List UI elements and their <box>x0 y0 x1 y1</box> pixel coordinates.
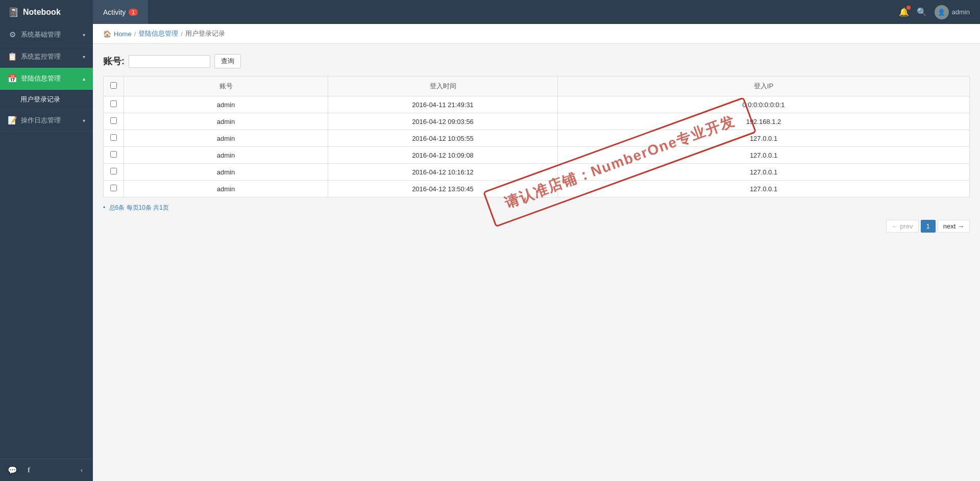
search-bar: 账号: 查询 <box>103 54 970 68</box>
table-header-ip: 登入IP <box>558 77 970 96</box>
cell-time: 2016-04-11 21:49:31 <box>328 96 558 113</box>
chevron-down-icon: ▾ <box>83 54 85 60</box>
prev-page-button[interactable]: ← prev <box>886 220 919 233</box>
sidebar-item-system-base[interactable]: ⚙ 系统基础管理 ▾ <box>0 24 93 46</box>
table-header-checkbox <box>104 77 124 96</box>
cell-time: 2016-04-12 13:50:45 <box>328 181 558 197</box>
brand-icon: 📓 <box>8 7 19 18</box>
table-row: admin2016-04-12 09:03:56192.168.1.2 <box>104 113 970 130</box>
table-row: admin2016-04-12 10:16:12127.0.0.1 <box>104 164 970 181</box>
system-base-icon: ⚙ <box>8 30 17 39</box>
brand-name: Notebook <box>23 8 61 17</box>
cell-ip: 127.0.0.1 <box>558 164 970 181</box>
avatar: 👤 <box>935 5 949 19</box>
chevron-down-icon: ▾ <box>83 118 85 123</box>
top-navbar: 📓 Notebook Activity 1 🔔 🔍 👤 admin <box>0 0 980 24</box>
chevron-down-icon: ▾ <box>83 32 85 38</box>
select-all-checkbox[interactable] <box>110 82 117 89</box>
cell-time: 2016-04-12 10:05:55 <box>328 130 558 147</box>
query-button[interactable]: 查询 <box>214 54 241 68</box>
account-input[interactable] <box>129 55 210 68</box>
sidebar-item-label: 操作日志管理 <box>21 116 61 125</box>
cell-time: 2016-04-12 10:09:08 <box>328 147 558 164</box>
breadcrumb-level1[interactable]: 登陆信息管理 <box>138 29 178 38</box>
row-checkbox[interactable] <box>110 168 117 174</box>
account-label: 账号: <box>103 55 125 67</box>
system-monitor-icon: 📋 <box>8 52 17 61</box>
facebook-icon[interactable]: f <box>28 466 30 474</box>
cell-account: admin <box>124 181 328 197</box>
cell-account: admin <box>124 130 328 147</box>
breadcrumb-sep2: / <box>181 30 183 38</box>
sidebar-item-login-info[interactable]: 📅 登陆信息管理 ▴ <box>0 68 93 90</box>
activity-tab[interactable]: Activity 1 <box>93 0 148 24</box>
cell-time: 2016-04-12 09:03:56 <box>328 113 558 130</box>
content-area: 🏠 Home / 登陆信息管理 / 用户登录记录 账号: 查询 <box>93 24 980 481</box>
row-checkbox[interactable] <box>110 185 117 191</box>
bullet-icon: • <box>103 204 105 211</box>
brand[interactable]: 📓 Notebook <box>0 0 93 24</box>
operation-log-icon: 📝 <box>8 116 17 125</box>
pagination-info: • 总6条 每页10条 共1页 <box>103 204 970 212</box>
row-checkbox[interactable] <box>110 134 117 141</box>
breadcrumb-home[interactable]: Home <box>114 30 132 38</box>
table-header-account: 账号 <box>124 77 328 96</box>
sidebar: ⚙ 系统基础管理 ▾ 📋 系统监控管理 ▾ 📅 登陆信息管理 ▴ 用户登录记录 … <box>0 24 93 481</box>
activity-tab-label: Activity <box>103 8 126 16</box>
user-menu[interactable]: 👤 admin <box>935 5 970 19</box>
sidebar-collapse-button[interactable]: ‹ <box>78 465 85 475</box>
table-row: admin2016-04-12 10:09:08127.0.0.1 <box>104 147 970 164</box>
chevron-up-icon: ▴ <box>83 76 85 82</box>
cell-ip: 127.0.0.1 <box>558 147 970 164</box>
cell-account: admin <box>124 113 328 130</box>
cell-account: admin <box>124 147 328 164</box>
cell-account: admin <box>124 164 328 181</box>
content-wrapper: 账号 登入时间 登入IP admin2016-04-11 21:49:310:0… <box>103 76 970 233</box>
home-icon: 🏠 <box>103 30 111 38</box>
username-label: admin <box>952 8 970 16</box>
row-checkbox[interactable] <box>110 117 117 124</box>
pagination-summary: 总6条 每页10条 共1页 <box>109 204 169 211</box>
chat-icon[interactable]: 💬 <box>8 466 17 475</box>
sidebar-item-operation-log[interactable]: 📝 操作日志管理 ▾ <box>0 110 93 132</box>
page-1-button[interactable]: 1 <box>921 220 936 233</box>
table-row: admin2016-04-11 21:49:310:0:0:0:0:0:0:1 <box>104 96 970 113</box>
cell-ip: 192.168.1.2 <box>558 113 970 130</box>
sidebar-sub-label: 用户登录记录 <box>20 95 60 104</box>
main-layout: ⚙ 系统基础管理 ▾ 📋 系统监控管理 ▾ 📅 登陆信息管理 ▴ 用户登录记录 … <box>0 24 980 481</box>
breadcrumb-level2: 用户登录记录 <box>185 29 225 38</box>
cell-account: admin <box>124 96 328 113</box>
cell-ip: 0:0:0:0:0:0:0:1 <box>558 96 970 113</box>
sidebar-footer: 💬 f ‹ <box>0 459 93 481</box>
next-page-button[interactable]: next → <box>938 220 970 233</box>
cell-time: 2016-04-12 10:16:12 <box>328 164 558 181</box>
pagination-bar: ← prev 1 next → <box>103 220 970 233</box>
search-icon: 🔍 <box>917 8 927 16</box>
breadcrumb: 🏠 Home / 登陆信息管理 / 用户登录记录 <box>93 24 980 44</box>
breadcrumb-sep1: / <box>134 30 136 38</box>
sidebar-item-system-monitor[interactable]: 📋 系统监控管理 ▾ <box>0 46 93 68</box>
data-table: 账号 登入时间 登入IP admin2016-04-11 21:49:310:0… <box>103 76 970 197</box>
search-button[interactable]: 🔍 <box>917 7 927 17</box>
sidebar-item-label: 系统监控管理 <box>21 52 61 61</box>
activity-tab-badge: 1 <box>129 9 138 16</box>
table-header-time: 登入时间 <box>328 77 558 96</box>
row-checkbox[interactable] <box>110 151 117 158</box>
sidebar-item-label: 系统基础管理 <box>21 30 61 39</box>
cell-ip: 127.0.0.1 <box>558 181 970 197</box>
cell-ip: 127.0.0.1 <box>558 130 970 147</box>
navbar-right: 🔔 🔍 👤 admin <box>899 5 980 19</box>
sidebar-sub-item-user-login[interactable]: 用户登录记录 <box>0 90 93 110</box>
row-checkbox[interactable] <box>110 100 117 107</box>
table-row: admin2016-04-12 13:50:45127.0.0.1 <box>104 181 970 197</box>
content-body: 账号: 查询 账号 登入时间 登入IP <box>93 44 980 243</box>
sidebar-item-label: 登陆信息管理 <box>21 74 61 83</box>
notification-button[interactable]: 🔔 <box>899 7 909 17</box>
login-info-icon: 📅 <box>8 74 17 83</box>
notification-dot <box>906 6 911 10</box>
table-row: admin2016-04-12 10:05:55127.0.0.1 <box>104 130 970 147</box>
